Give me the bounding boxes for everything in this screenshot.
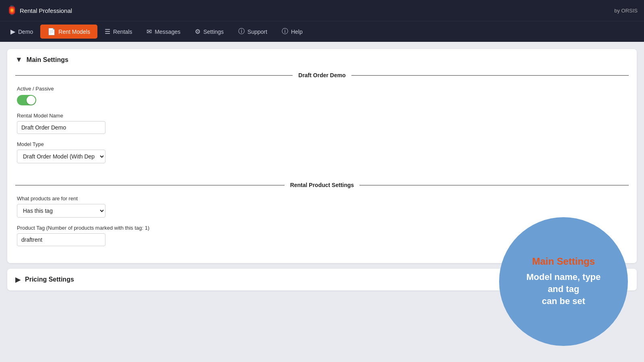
- demo-icon: ▶: [10, 28, 15, 35]
- nav-support[interactable]: ⓘ Support: [231, 24, 275, 39]
- main-content: ▼ Main Settings Draft Order Demo Active …: [0, 42, 644, 303]
- what-products-group: What products are for rent Has this tag …: [17, 195, 627, 218]
- model-type-label: Model Type: [17, 141, 627, 147]
- draft-order-label: Draft Order Demo: [293, 72, 351, 78]
- pricing-settings-card: ▶ Pricing Settings: [7, 269, 637, 290]
- logo-icon: 🏮: [6, 5, 17, 16]
- draft-order-divider: Draft Order Demo: [15, 72, 629, 78]
- product-tag-label: Product Tag (Number of products marked w…: [17, 225, 627, 231]
- rental-product-form: What products are for rent Has this tag …: [7, 195, 637, 263]
- rental-model-name-group: Rental Model Name: [17, 113, 627, 134]
- model-type-select[interactable]: Draft Order Model (With Dep…: [17, 150, 105, 163]
- what-products-select[interactable]: Has this tag All products Tagged product…: [17, 204, 105, 218]
- toggle-wrapper: [17, 95, 627, 105]
- topbar: 🏮 Rental Professional by ORSIS: [0, 0, 644, 21]
- nav-settings[interactable]: ⚙ Settings: [188, 25, 231, 39]
- help-icon: ⓘ: [282, 27, 288, 36]
- nav-help-label: Help: [291, 29, 303, 35]
- nav-rentals[interactable]: ☰ Rentals: [97, 25, 139, 39]
- divider-line-left: [15, 75, 293, 76]
- active-passive-group: Active / Passive: [17, 86, 627, 105]
- nav-rent-models[interactable]: 📄 Rent Models: [40, 25, 97, 39]
- main-settings-header[interactable]: ▼ Main Settings: [7, 49, 637, 70]
- settings-icon: ⚙: [195, 28, 200, 35]
- rent-models-icon: 📄: [47, 28, 56, 35]
- rental-model-name-label: Rental Model Name: [17, 113, 627, 119]
- nav-messages[interactable]: ✉ Messages: [139, 25, 188, 39]
- messages-icon: ✉: [147, 28, 152, 35]
- pricing-chevron: ▶: [15, 275, 21, 284]
- pricing-settings-header[interactable]: ▶ Pricing Settings: [7, 269, 637, 290]
- nav-rent-models-label: Rent Models: [58, 29, 90, 35]
- main-settings-chevron: ▼: [15, 56, 23, 64]
- nav-demo[interactable]: ▶ Demo: [3, 25, 40, 39]
- nav-demo-label: Demo: [18, 29, 33, 35]
- nav-messages-label: Messages: [155, 29, 180, 35]
- active-passive-label: Active / Passive: [17, 86, 627, 92]
- divider-line-left2: [15, 185, 285, 185]
- toggle-thumb: [27, 96, 35, 105]
- divider-line-right: [351, 75, 629, 76]
- rental-product-label: Rental Product Settings: [285, 182, 360, 188]
- main-settings-title: Main Settings: [27, 56, 68, 64]
- rentals-icon: ☰: [105, 28, 110, 35]
- model-type-group: Model Type Draft Order Model (With Dep…: [17, 141, 627, 163]
- nav-settings-label: Settings: [203, 29, 224, 35]
- what-products-label: What products are for rent: [17, 195, 627, 202]
- pricing-title: Pricing Settings: [25, 276, 74, 283]
- rental-model-name-input[interactable]: [17, 121, 105, 134]
- topbar-left: 🏮 Rental Professional: [6, 5, 72, 16]
- nav-help[interactable]: ⓘ Help: [275, 24, 310, 39]
- draft-order-form: Active / Passive Rental Model Name Model…: [7, 86, 637, 180]
- product-tag-group: Product Tag (Number of products marked w…: [17, 225, 627, 246]
- active-passive-toggle[interactable]: [17, 95, 36, 105]
- navbar: ▶ Demo 📄 Rent Models ☰ Rentals ✉ Message…: [0, 21, 644, 42]
- product-tag-input[interactable]: [17, 233, 105, 246]
- divider-line-right2: [359, 185, 629, 185]
- support-icon: ⓘ: [238, 27, 245, 36]
- nav-rentals-label: Rentals: [113, 29, 132, 35]
- brand-name: Rental Professional: [20, 7, 72, 14]
- main-settings-card: ▼ Main Settings Draft Order Demo Active …: [7, 49, 637, 263]
- by-label: by ORSIS: [614, 8, 638, 14]
- rental-product-divider: Rental Product Settings: [15, 182, 629, 188]
- nav-support-label: Support: [248, 29, 267, 35]
